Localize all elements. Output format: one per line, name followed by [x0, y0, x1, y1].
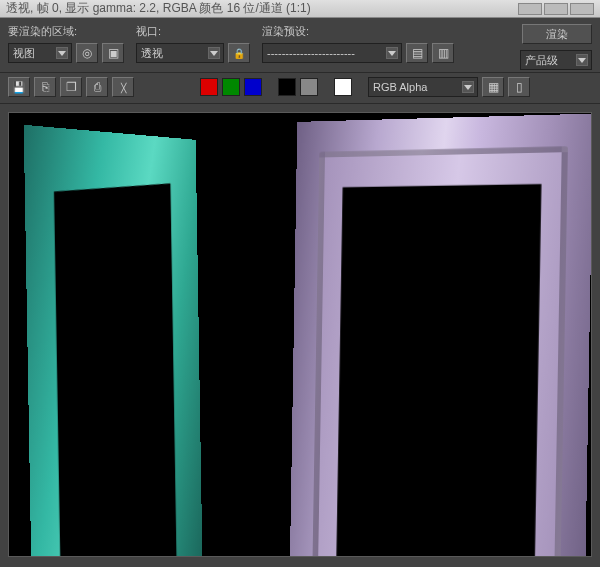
region-crop-button[interactable]: ▣ — [102, 43, 124, 63]
preset-label: 渲染预设: — [262, 24, 454, 39]
save-image-button[interactable] — [8, 77, 30, 97]
channel-select-value: RGB Alpha — [373, 81, 427, 93]
window-max-button[interactable] — [544, 3, 568, 15]
viewport-label: 视口: — [136, 24, 250, 39]
chevron-down-icon — [56, 47, 68, 59]
overlay-icon: ▦ — [488, 81, 499, 93]
channel-green-swatch[interactable] — [222, 78, 240, 96]
window-titlebar: 透视, 帧 0, 显示 gamma: 2.2, RGBA 颜色 16 位/通道 … — [0, 0, 600, 18]
lock-icon — [233, 47, 245, 59]
preset-settings-button[interactable]: ▤ — [406, 43, 428, 63]
preset-group: 渲染预设: ------------------------ ▤ ▥ — [262, 24, 454, 63]
preset-output-button[interactable]: ▥ — [432, 43, 454, 63]
render-toolbar: 要渲染的区域: 视图 ▣ 视口: 透视 渲染预设: --------------… — [0, 18, 600, 73]
chevron-down-icon — [462, 81, 474, 93]
window-min-button[interactable] — [518, 3, 542, 15]
quality-select[interactable]: 产品级 — [520, 50, 592, 70]
split-icon: ▯ — [516, 81, 523, 93]
rendered-object-teal-frame — [24, 125, 204, 557]
preset-select[interactable]: ------------------------ — [262, 43, 402, 63]
toggle-split-button[interactable]: ▯ — [508, 77, 530, 97]
save-icon — [12, 81, 26, 93]
chevron-down-icon — [386, 47, 398, 59]
gear-icon: ▤ — [412, 47, 423, 59]
bg-white-swatch[interactable] — [334, 78, 352, 96]
region-select-button[interactable] — [76, 43, 98, 63]
render-viewport[interactable] — [8, 112, 592, 557]
channel-red-swatch[interactable] — [200, 78, 218, 96]
clear-image-button[interactable] — [112, 77, 134, 97]
copy-icon — [42, 81, 49, 93]
channel-blue-swatch[interactable] — [244, 78, 262, 96]
copy-image-button[interactable] — [34, 77, 56, 97]
chevron-down-icon — [576, 54, 588, 66]
viewport-select-value: 透视 — [141, 46, 163, 61]
output-icon: ▥ — [438, 47, 449, 59]
image-toolbar: RGB Alpha ▦ ▯ — [0, 73, 600, 104]
viewport-group: 视口: 透视 — [136, 24, 250, 63]
toggle-overlay-button[interactable]: ▦ — [482, 77, 504, 97]
render-group: 渲染 产品级 — [520, 24, 592, 70]
viewport-container — [0, 104, 600, 565]
area-select-value: 视图 — [13, 46, 35, 61]
lock-viewport-button[interactable] — [228, 43, 250, 63]
target-icon — [82, 47, 92, 59]
delete-icon — [121, 81, 126, 93]
render-button[interactable]: 渲染 — [522, 24, 592, 44]
area-select[interactable]: 视图 — [8, 43, 72, 63]
viewport-select[interactable]: 透视 — [136, 43, 224, 63]
preset-select-value: ------------------------ — [267, 47, 355, 59]
window-title: 透视, 帧 0, 显示 gamma: 2.2, RGBA 颜色 16 位/通道 … — [6, 0, 311, 17]
clone-icon — [66, 81, 77, 93]
crop-icon: ▣ — [108, 47, 119, 59]
channel-select[interactable]: RGB Alpha — [368, 77, 478, 97]
area-label: 要渲染的区域: — [8, 24, 124, 39]
alpha-swatch[interactable] — [278, 78, 296, 96]
render-button-label: 渲染 — [546, 27, 568, 42]
print-icon — [94, 81, 101, 93]
mono-swatch[interactable] — [300, 78, 318, 96]
rendered-object-purple-frame — [289, 114, 592, 557]
window-buttons — [518, 3, 594, 15]
clone-image-button[interactable] — [60, 77, 82, 97]
area-group: 要渲染的区域: 视图 ▣ — [8, 24, 124, 63]
window-close-button[interactable] — [570, 3, 594, 15]
quality-select-value: 产品级 — [525, 53, 558, 68]
chevron-down-icon — [208, 47, 220, 59]
print-image-button[interactable] — [86, 77, 108, 97]
